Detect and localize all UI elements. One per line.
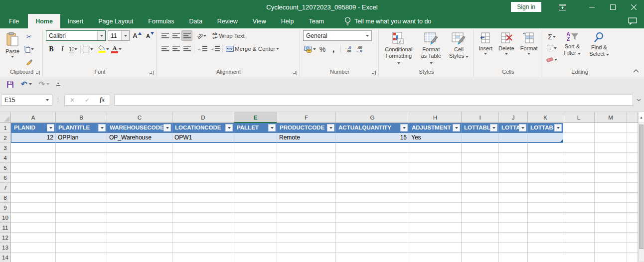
cell-i12[interactable] bbox=[462, 233, 499, 243]
maximize-button[interactable] bbox=[602, 0, 623, 14]
filter-dropdown-button[interactable] bbox=[47, 124, 54, 131]
cell-a14[interactable] bbox=[11, 253, 56, 262]
cell-a1[interactable]: PLANID bbox=[11, 123, 56, 133]
cell-k9[interactable] bbox=[528, 203, 563, 213]
cell-n2[interactable] bbox=[627, 133, 638, 143]
tab-help[interactable]: Help bbox=[274, 14, 302, 28]
cell-b12[interactable] bbox=[56, 233, 107, 243]
cell-a13[interactable] bbox=[11, 243, 56, 253]
tab-insert[interactable]: Insert bbox=[60, 14, 91, 28]
comma-style-button[interactable]: , bbox=[328, 44, 339, 54]
cell-k14[interactable] bbox=[528, 253, 563, 262]
cell-m8[interactable] bbox=[595, 193, 627, 203]
cell-d6[interactable] bbox=[172, 173, 234, 183]
cell-m14[interactable] bbox=[595, 253, 627, 262]
cell-c3[interactable] bbox=[107, 143, 172, 153]
font-color-button[interactable]: A bbox=[110, 44, 123, 54]
cell-g6[interactable] bbox=[336, 173, 409, 183]
column-header-i[interactable]: I bbox=[462, 112, 499, 123]
increase-indent-button[interactable]: → bbox=[208, 43, 221, 54]
cell-c14[interactable] bbox=[107, 253, 172, 262]
row-header-13[interactable]: 13 bbox=[0, 243, 11, 253]
fill-color-button[interactable] bbox=[98, 44, 110, 54]
cell-j14[interactable] bbox=[499, 253, 528, 262]
find-select-button[interactable]: Find & Select bbox=[586, 30, 612, 58]
cell-a6[interactable] bbox=[11, 173, 56, 183]
cell-d14[interactable] bbox=[172, 253, 234, 262]
cell-h14[interactable] bbox=[409, 253, 462, 262]
cell-j4[interactable] bbox=[499, 153, 528, 163]
filter-dropdown-button[interactable] bbox=[327, 124, 334, 131]
cell-g8[interactable] bbox=[336, 193, 409, 203]
cell-m12[interactable] bbox=[595, 233, 627, 243]
column-header-d[interactable]: D bbox=[172, 112, 234, 123]
orientation-button[interactable]: ab bbox=[196, 30, 207, 41]
cell-j5[interactable] bbox=[499, 163, 528, 173]
row-header-11[interactable]: 11 bbox=[0, 223, 11, 233]
cell-e2[interactable] bbox=[234, 133, 277, 143]
cell-d12[interactable] bbox=[172, 233, 234, 243]
cell-b3[interactable] bbox=[56, 143, 107, 153]
tab-review[interactable]: Review bbox=[210, 14, 245, 28]
insert-function-button[interactable]: fx bbox=[95, 96, 110, 104]
cell-d11[interactable] bbox=[172, 223, 234, 233]
cell-f14[interactable] bbox=[277, 253, 336, 262]
enter-button[interactable]: ✓ bbox=[80, 97, 95, 104]
cell-d4[interactable] bbox=[172, 153, 234, 163]
tab-formulas[interactable]: Formulas bbox=[141, 14, 181, 28]
column-header-j[interactable]: J bbox=[499, 112, 528, 123]
cell-h4[interactable] bbox=[409, 153, 462, 163]
cell-m2[interactable] bbox=[595, 133, 627, 143]
cell-d9[interactable] bbox=[172, 203, 234, 213]
redo-button[interactable]: ↷ bbox=[36, 79, 52, 89]
column-header-c[interactable]: C bbox=[107, 112, 172, 123]
ribbon-display-options-icon[interactable] bbox=[552, 0, 572, 14]
cell-i10[interactable] bbox=[462, 213, 499, 223]
cell-d8[interactable] bbox=[172, 193, 234, 203]
cell-a7[interactable] bbox=[11, 183, 56, 193]
cell-n11[interactable] bbox=[627, 223, 638, 233]
number-dialog-launcher[interactable] bbox=[371, 71, 376, 75]
filter-dropdown-button[interactable] bbox=[268, 124, 276, 131]
borders-button[interactable] bbox=[82, 44, 94, 54]
font-name-caret-icon[interactable] bbox=[97, 31, 105, 40]
cell-g9[interactable] bbox=[336, 203, 409, 213]
cell-i1[interactable]: LOTTABL bbox=[462, 123, 499, 133]
cell-j7[interactable] bbox=[499, 183, 528, 193]
cell-n7[interactable] bbox=[627, 183, 638, 193]
cell-k7[interactable] bbox=[528, 183, 563, 193]
cell-e14[interactable] bbox=[234, 253, 277, 262]
cell-n13[interactable] bbox=[627, 243, 638, 253]
font-name-combobox[interactable]: Calibri bbox=[46, 30, 106, 41]
column-header-h[interactable]: H bbox=[409, 112, 462, 123]
sign-in-button[interactable]: Sign in bbox=[511, 2, 541, 12]
cell-b2[interactable]: OPPlan bbox=[56, 133, 107, 143]
cell-a2[interactable]: 12 bbox=[11, 133, 56, 143]
cell-n1[interactable] bbox=[627, 123, 638, 133]
middle-align-button[interactable] bbox=[170, 30, 181, 41]
cell-k2[interactable] bbox=[528, 133, 563, 143]
row-header-10[interactable]: 10 bbox=[0, 213, 11, 223]
format-painter-button[interactable] bbox=[23, 56, 35, 67]
cell-j13[interactable] bbox=[499, 243, 528, 253]
cell-a8[interactable] bbox=[11, 193, 56, 203]
cell-k10[interactable] bbox=[528, 213, 563, 223]
cell-n14[interactable] bbox=[627, 253, 638, 262]
cell-b6[interactable] bbox=[56, 173, 107, 183]
tab-view[interactable]: View bbox=[245, 14, 274, 28]
cell-h7[interactable] bbox=[409, 183, 462, 193]
cell-f1[interactable]: PRODUCTCODE bbox=[277, 123, 336, 133]
column-header-partial[interactable] bbox=[627, 112, 638, 123]
cell-j2[interactable] bbox=[499, 133, 528, 143]
cell-k1[interactable]: LOTTAB bbox=[528, 123, 563, 133]
merge-center-button[interactable]: Merge & Center bbox=[224, 45, 281, 53]
cell-b4[interactable] bbox=[56, 153, 107, 163]
cell-i11[interactable] bbox=[462, 223, 499, 233]
cell-m3[interactable] bbox=[595, 143, 627, 153]
cell-j12[interactable] bbox=[499, 233, 528, 243]
name-box[interactable]: E15 bbox=[1, 95, 52, 106]
cell-l9[interactable] bbox=[563, 203, 595, 213]
cell-l6[interactable] bbox=[563, 173, 595, 183]
cell-g12[interactable] bbox=[336, 233, 409, 243]
cell-l1[interactable] bbox=[563, 123, 595, 133]
